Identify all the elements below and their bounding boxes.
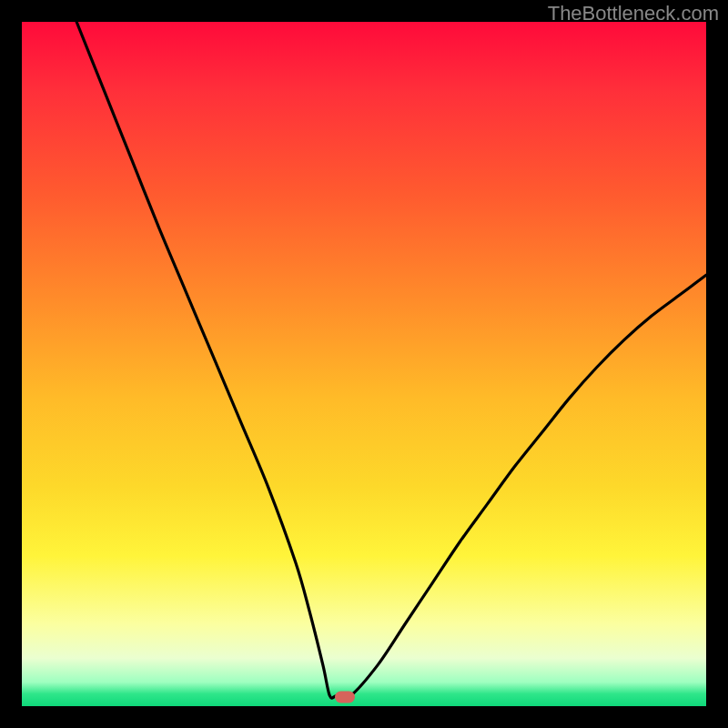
bottleneck-curve: [76, 22, 706, 698]
curve-svg: [22, 22, 706, 706]
watermark-text: TheBottleneck.com: [548, 2, 719, 25]
plot-area: [22, 22, 706, 706]
chart-frame: TheBottleneck.com: [0, 0, 728, 728]
optimal-point-marker: [335, 692, 355, 703]
